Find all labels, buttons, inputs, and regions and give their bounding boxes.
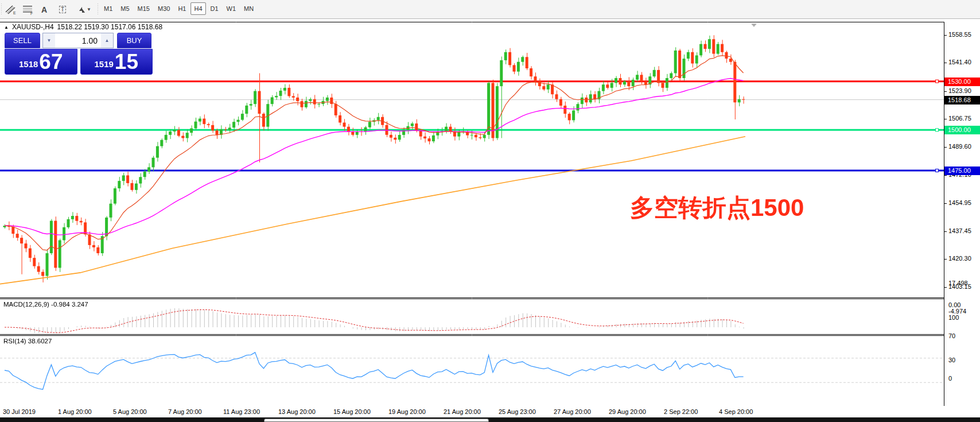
one-click-trading-panel: SELL ▼ ▲ BUY 1518 67 1519 15 (5, 33, 153, 75)
chart-header: ▲ XAUUSD-,H4 1518.22 1519.30 1517.06 151… (4, 23, 162, 31)
price-tick-label: 1420.30 (948, 255, 971, 262)
time-axis-label: 13 Aug 20:00 (278, 408, 316, 415)
tf-button-D1[interactable]: D1 (207, 2, 222, 15)
equidistant-channel-icon[interactable]: E (3, 2, 18, 17)
price-tick-mark (944, 287, 947, 288)
time-axis-label: 27 Aug 20:00 (554, 408, 591, 415)
toolbar-grip[interactable] (1, 3, 3, 16)
rsi-tick-label: 30 (948, 357, 955, 363)
sell-big-figure: 1518 (19, 56, 38, 73)
text-box-icon[interactable]: T (55, 2, 70, 17)
cursor-arrows-icon[interactable]: ▼ (75, 2, 94, 17)
tf-button-M1[interactable]: M1 (100, 2, 116, 15)
time-axis-label: 11 Aug 23:00 (223, 408, 260, 415)
fibonacci-retracement-icon[interactable]: F (21, 2, 36, 17)
toolbar-separator (97, 3, 99, 16)
tf-button-W1[interactable]: W1 (223, 2, 240, 15)
time-axis-label: 30 Jul 2019 (3, 408, 36, 415)
sell-pips: 67 (39, 51, 63, 73)
time-axis-label: 21 Aug 20:00 (444, 408, 481, 415)
taskbar-strip (0, 417, 980, 422)
taskbar-search-box[interactable] (264, 419, 489, 422)
time-axis-label: 4 Sep 20:00 (719, 408, 753, 415)
price-level-badge: 1530.00 (944, 78, 980, 86)
price-tick-label: 1437.45 (948, 227, 971, 234)
time-axis-label: 5 Aug 20:00 (113, 408, 147, 415)
text-label-icon[interactable]: A (37, 2, 52, 17)
buy-quote-tile[interactable]: 1519 15 (80, 49, 153, 75)
rsi-label: RSI(14) 38.6027 (3, 338, 52, 344)
time-axis-label: 25 Aug 23:00 (499, 408, 536, 415)
price-tick-mark (944, 63, 947, 63)
tf-button-M30[interactable]: M30 (154, 2, 173, 15)
price-tick-mark (944, 175, 947, 176)
toolbar: E F A T ▼ M1M5M15M30H1H4D1W1MN (0, 0, 980, 19)
chart-annotation-text: 多空转折点1500 (630, 192, 804, 224)
rsi-tick-label: 100 (948, 314, 959, 321)
price-tick-mark (944, 119, 947, 119)
collapse-triangle-icon[interactable]: ▲ (4, 25, 9, 30)
time-axis-label: 1 Aug 20:00 (58, 408, 92, 415)
price-tick-mark (944, 259, 947, 260)
price-level-badge: 1500.00 (944, 126, 980, 134)
rsi-tick-label: 0 (948, 375, 952, 382)
macd-tick-label: -4.974 (948, 308, 966, 315)
svg-text:F: F (30, 11, 33, 15)
macd-tick-label: 17.498 (948, 280, 968, 287)
price-tick-label: 1489.60 (948, 143, 971, 150)
price-level-badge: 1518.68 (944, 96, 980, 104)
price-tick-mark (944, 147, 947, 148)
dropdown-caret-icon: ▼ (87, 7, 91, 12)
volume-decrease-button[interactable]: ▼ (43, 33, 55, 48)
sell-quote-tile[interactable]: 1518 67 (5, 49, 77, 75)
price-tick-label: 1523.90 (948, 87, 971, 94)
price-tick-mark (944, 91, 947, 92)
price-tick-label: 1541.40 (948, 59, 971, 65)
buy-big-figure: 1519 (94, 56, 113, 73)
symbol-period-label: XAUUSD-,H4 (12, 23, 54, 31)
chart-shift-marker-icon[interactable] (751, 24, 757, 27)
price-axis[interactable]: 1558.551541.401523.901506.751489.601472.… (944, 22, 980, 418)
price-tick-label: 1558.55 (948, 31, 971, 38)
price-tick-mark (944, 231, 947, 232)
buy-pips: 15 (115, 51, 138, 73)
price-tick-mark (944, 35, 947, 36)
sell-button[interactable]: SELL (5, 33, 40, 48)
svg-text:E: E (13, 11, 16, 15)
tf-button-H4[interactable]: H4 (190, 2, 205, 15)
tf-button-MN[interactable]: MN (240, 2, 257, 15)
rsi-tick-label: 70 (948, 332, 955, 339)
tf-button-M5[interactable]: M5 (117, 2, 133, 15)
price-level-badge: 1475.00 (944, 167, 980, 175)
volume-box: ▼ ▲ (42, 33, 114, 48)
tf-button-H1[interactable]: H1 (174, 2, 189, 15)
macd-label: MACD(12,26,9) -0.984 3.247 (3, 301, 88, 308)
time-axis-label: 2 Sep 22:00 (664, 408, 698, 415)
time-axis-label: 29 Aug 20:00 (609, 408, 646, 415)
time-axis-label: 19 Aug 20:00 (388, 408, 426, 415)
time-axis-label: 15 Aug 20:00 (333, 408, 371, 415)
price-tick-mark (944, 203, 947, 204)
mt4-terminal: E F A T ▼ M1M5M15M30H1H4D1W1MN (0, 0, 980, 422)
ohlc-values: 1518.22 1519.30 1517.06 1518.68 (57, 23, 163, 31)
price-tick-label: 1506.75 (948, 115, 971, 122)
time-axis-label: 7 Aug 20:00 (168, 408, 202, 415)
timeframe-bar: M1M5M15M30H1H4D1W1MN (100, 2, 257, 15)
tf-button-M15[interactable]: M15 (134, 2, 153, 15)
time-axis[interactable]: 30 Jul 20191 Aug 20:005 Aug 20:007 Aug 2… (0, 406, 980, 417)
volume-increase-button[interactable]: ▲ (101, 33, 113, 48)
price-tick-label: 1454.95 (948, 199, 971, 206)
buy-button[interactable]: BUY (117, 33, 151, 48)
volume-input[interactable] (55, 33, 101, 48)
